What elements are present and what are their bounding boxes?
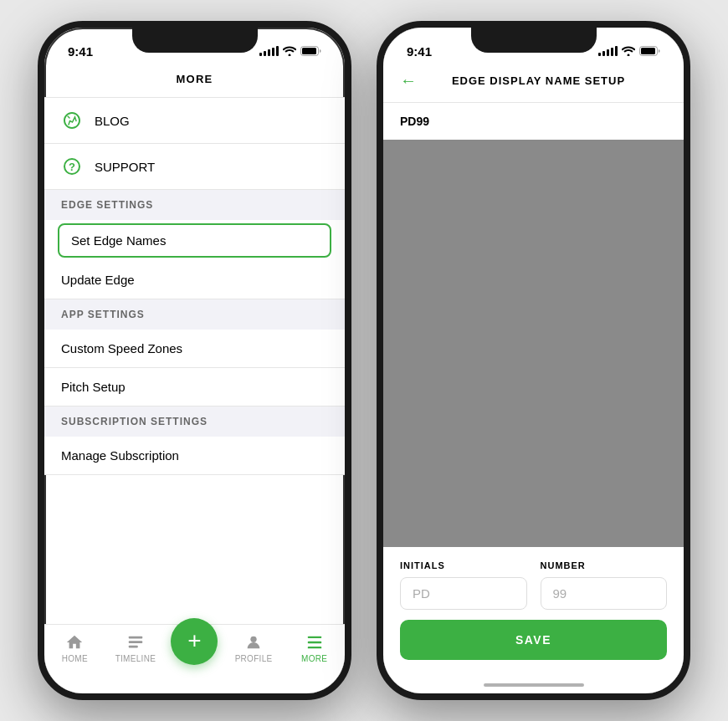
support-label: SUPPORT <box>95 160 155 174</box>
number-col: NUMBER <box>541 560 668 610</box>
initials-col: INITIALS <box>400 560 527 610</box>
battery-icon <box>300 46 321 56</box>
timeline-icon <box>126 633 145 652</box>
gray-content-area <box>383 140 684 547</box>
tab-profile[interactable]: PROFILE <box>228 633 279 663</box>
initials-input[interactable] <box>400 577 527 610</box>
app-settings-section: Custom Speed Zones Pitch Setup <box>44 330 345 407</box>
phone-2: 9:41 ← EDGE DISPLAY NAME <box>377 21 690 700</box>
bottom-form: INITIALS NUMBER SAVE <box>383 547 684 677</box>
menu-item-custom-speed-zones[interactable]: Custom Speed Zones <box>44 330 345 368</box>
svg-point-7 <box>250 637 256 642</box>
wifi-icon <box>283 46 296 56</box>
form-labels-row: INITIALS NUMBER <box>400 560 667 610</box>
svg-rect-8 <box>307 637 321 638</box>
time-1: 9:41 <box>68 44 93 59</box>
number-label: NUMBER <box>541 560 668 570</box>
tab-bar-1: HOME TIMELINE + PROFILE <box>44 624 345 693</box>
tab-home-label: HOME <box>62 654 88 663</box>
status-icons-1 <box>259 46 321 56</box>
phone1-content: MORE BLOG ? <box>44 64 345 693</box>
menu-item-set-edge-names[interactable]: Set Edge Names <box>58 223 331 258</box>
phone2-content: ← EDGE DISPLAY NAME SETUP PD99 INITIALS … <box>383 64 684 693</box>
svg-rect-1 <box>302 48 316 54</box>
app-settings-divider: APP SETTINGS <box>44 299 345 330</box>
device-label: PD99 <box>383 103 684 140</box>
tab-home[interactable]: HOME <box>49 633 100 663</box>
svg-rect-10 <box>307 647 321 648</box>
tab-timeline-label: TIMELINE <box>115 654 156 663</box>
profile-icon <box>244 633 263 652</box>
subscription-settings-section: Manage Subscription <box>44 437 345 475</box>
battery-icon-2 <box>639 46 660 56</box>
edge-settings-section: Set Edge Names Update Edge <box>44 220 345 299</box>
signal-icon-2 <box>598 46 618 56</box>
back-button[interactable]: ← <box>400 71 417 90</box>
support-icon: ? <box>61 156 83 177</box>
home-indicator-2 <box>383 677 684 693</box>
custom-speed-zones-label: Custom Speed Zones <box>61 341 182 355</box>
plus-icon: + <box>187 629 201 652</box>
notch <box>132 28 258 53</box>
svg-text:?: ? <box>69 161 75 173</box>
svg-rect-5 <box>129 641 143 643</box>
number-input[interactable] <box>541 577 668 610</box>
svg-rect-4 <box>129 637 143 639</box>
tab-timeline[interactable]: TIMELINE <box>110 633 161 663</box>
edge-settings-divider: EDGE SETTINGS <box>44 190 345 220</box>
set-edge-names-label: Set Edge Names <box>71 233 166 248</box>
tab-profile-label: PROFILE <box>235 654 273 663</box>
menu-item-pitch-setup[interactable]: Pitch Setup <box>44 368 345 407</box>
manage-subscription-label: Manage Subscription <box>61 448 179 463</box>
menu-item-update-edge[interactable]: Update Edge <box>44 261 345 299</box>
blog-label: BLOG <box>95 114 130 128</box>
blog-support-section: BLOG ? SUPPORT <box>44 98 345 190</box>
blog-icon <box>61 110 83 131</box>
svg-rect-9 <box>307 642 321 643</box>
subscription-settings-divider: SUBSCRIPTION SETTINGS <box>44 407 345 437</box>
tab-plus-button[interactable]: + <box>171 618 218 665</box>
page-header-2: ← EDGE DISPLAY NAME SETUP <box>383 64 684 103</box>
signal-icon <box>259 46 279 56</box>
page-title-2: EDGE DISPLAY NAME SETUP <box>430 74 667 87</box>
more-icon <box>305 633 324 652</box>
phone-1: 9:41 MORE <box>38 21 351 700</box>
tab-more[interactable]: MORE <box>290 633 340 663</box>
tab-more-label: MORE <box>301 654 327 663</box>
update-edge-label: Update Edge <box>61 273 135 287</box>
home-indicator-bar <box>484 683 584 687</box>
wifi-icon-2 <box>622 46 635 56</box>
initials-label: INITIALS <box>400 560 527 570</box>
home-icon <box>65 633 84 652</box>
time-2: 9:41 <box>407 44 432 59</box>
page-header-1: MORE <box>44 64 345 98</box>
status-icons-2 <box>598 46 660 56</box>
menu-item-support[interactable]: ? SUPPORT <box>44 144 345 190</box>
menu-item-blog[interactable]: BLOG <box>44 98 345 144</box>
notch-2 <box>471 28 597 53</box>
svg-rect-6 <box>129 646 138 648</box>
pitch-setup-label: Pitch Setup <box>61 380 126 394</box>
svg-rect-12 <box>641 48 655 54</box>
save-button[interactable]: SAVE <box>400 620 667 660</box>
menu-item-manage-subscription[interactable]: Manage Subscription <box>44 437 345 475</box>
